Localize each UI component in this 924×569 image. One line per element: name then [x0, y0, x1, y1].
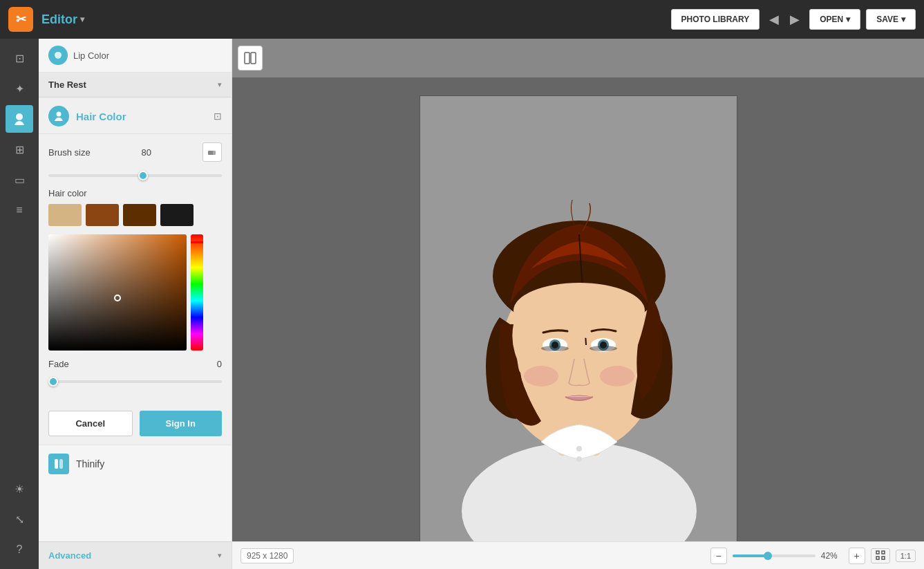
brush-size-row: Brush size 80	[48, 142, 222, 162]
sidebar-item-help[interactable]: ?	[6, 536, 33, 563]
canvas-bottom-bar: 925 x 1280 − 42% + 1:1	[232, 541, 924, 569]
action-buttons: Cancel Sign In	[39, 402, 232, 445]
svg-rect-4	[55, 459, 58, 469]
svg-rect-3	[213, 151, 216, 155]
color-picker-cursor	[114, 295, 121, 301]
hair-color-label-text: Hair color	[48, 188, 222, 198]
hair-color-section: Hair Color ⊡ Brush size 80	[39, 97, 232, 445]
undo-button[interactable]: ◀	[765, 9, 783, 30]
svg-point-21	[590, 346, 617, 351]
zoom-slider-track	[733, 554, 815, 557]
cancel-button[interactable]: Cancel	[48, 411, 133, 436]
main-content: ⊡ ✦ ⊞ ▭ ≡ ☀ ⤡ ? Lip Color	[0, 39, 924, 569]
zoom-in-button[interactable]: +	[849, 548, 865, 564]
top-bar: ✂ Editor ▾ PHOTO LIBRARY ◀ ▶ OPEN ▾ SAVE…	[0, 0, 924, 39]
brush-size-value: 80	[142, 147, 151, 158]
svg-point-20	[541, 346, 569, 351]
thinify-item[interactable]: Thinify	[39, 445, 232, 483]
save-button-label: SAVE	[876, 15, 898, 24]
eraser-button[interactable]	[202, 142, 222, 162]
redo-button[interactable]: ▶	[786, 9, 804, 30]
editor-title: Editor ▾	[41, 12, 84, 27]
hue-cursor	[191, 241, 203, 243]
svg-point-13	[513, 283, 645, 338]
sidebar-item-frame[interactable]: ▭	[6, 166, 33, 194]
svg-point-1	[57, 112, 62, 117]
advanced-chevron-icon: ▾	[218, 551, 222, 560]
color-picker-hue[interactable]	[191, 234, 203, 351]
thinify-label: Thinify	[76, 458, 104, 469]
brush-size-slider[interactable]	[48, 174, 222, 177]
sign-in-button[interactable]: Sign In	[140, 411, 223, 436]
the-rest-chevron-icon: ▾	[218, 80, 222, 89]
svg-point-22	[524, 366, 558, 386]
fade-value: 0	[217, 359, 222, 369]
zoom-percent: 42%	[821, 551, 843, 561]
hair-color-header-left: Hair Color	[48, 106, 126, 127]
svg-point-25	[576, 456, 582, 462]
save-chevron-icon: ▾	[901, 15, 905, 24]
sidebar-item-layers[interactable]: ⊞	[6, 136, 33, 163]
lip-color-item[interactable]: Lip Color	[39, 39, 232, 73]
canvas-main	[232, 77, 924, 569]
zoom-controls: − 42% + 1:1	[710, 548, 916, 564]
sidebar-item-magic[interactable]: ✦	[6, 75, 33, 102]
zoom-fit-button[interactable]	[871, 548, 890, 563]
canvas-top-bar	[232, 39, 924, 77]
canvas-wrapper: 925 x 1280 − 42% + 1:1	[232, 39, 924, 569]
lip-color-label: Lip Color	[73, 50, 109, 61]
fade-slider[interactable]	[48, 380, 222, 383]
hair-controls: Brush size 80 Hair color	[39, 134, 232, 402]
swatch-brown[interactable]	[123, 204, 156, 226]
svg-rect-29	[882, 557, 885, 559]
swatch-blonde[interactable]	[48, 204, 82, 226]
save-button[interactable]: SAVE ▾	[866, 9, 916, 30]
color-picker-container	[48, 234, 222, 351]
sidebar-item-hair[interactable]	[6, 105, 33, 133]
zoom-1to1-button[interactable]: 1:1	[896, 550, 916, 562]
thinify-icon	[48, 454, 69, 474]
advanced-section[interactable]: Advanced ▾	[39, 541, 232, 569]
image-dimensions: 925 x 1280	[241, 548, 294, 563]
advanced-label: Advanced	[48, 550, 91, 561]
top-bar-left: ✂ Editor ▾	[8, 7, 84, 32]
swatch-auburn[interactable]	[86, 204, 119, 226]
open-chevron-icon: ▾	[846, 15, 850, 24]
editor-chevron-icon[interactable]: ▾	[80, 15, 84, 24]
the-rest-label: The Rest	[48, 80, 86, 90]
panel-toggle-button[interactable]	[238, 46, 263, 71]
sidebar-item-texture[interactable]: ≡	[6, 196, 33, 224]
color-swatches	[48, 204, 222, 226]
photo-library-button[interactable]: PHOTO LIBRARY	[671, 9, 760, 30]
logo-icon: ✂	[16, 12, 26, 27]
color-picker-gradient[interactable]	[48, 234, 187, 351]
lip-color-icon	[48, 46, 68, 65]
svg-point-0	[16, 113, 23, 120]
fade-label: Fade	[48, 359, 69, 369]
svg-rect-6	[245, 53, 249, 64]
svg-rect-28	[876, 557, 879, 559]
svg-rect-5	[59, 459, 63, 469]
open-button-label: OPEN	[820, 15, 843, 24]
hair-color-expand-icon[interactable]: ⊡	[214, 111, 222, 122]
brush-size-slider-container	[48, 167, 222, 180]
the-rest-section-header[interactable]: The Rest ▾	[39, 73, 232, 97]
svg-rect-26	[876, 551, 879, 554]
app-logo: ✂	[8, 7, 33, 32]
sidebar-item-light[interactable]: ☀	[6, 475, 33, 503]
fade-slider-container	[48, 373, 222, 386]
zoom-out-button[interactable]: −	[710, 548, 727, 564]
hair-color-title: Hair Color	[76, 111, 126, 122]
zoom-slider-thumb[interactable]	[764, 552, 772, 560]
brush-size-label: Brush size	[48, 147, 91, 158]
sidebar-item-resize[interactable]: ⤡	[6, 505, 33, 533]
swatch-black[interactable]	[160, 204, 194, 226]
svg-rect-7	[251, 53, 256, 64]
hair-color-icon	[48, 106, 69, 127]
svg-rect-27	[882, 551, 885, 554]
sidebar-item-crop[interactable]: ⊡	[6, 44, 33, 72]
undo-redo-group: ◀ ▶	[765, 9, 804, 30]
open-button[interactable]: OPEN ▾	[809, 9, 860, 30]
zoom-slider-fill	[733, 554, 766, 557]
svg-point-24	[576, 446, 582, 451]
